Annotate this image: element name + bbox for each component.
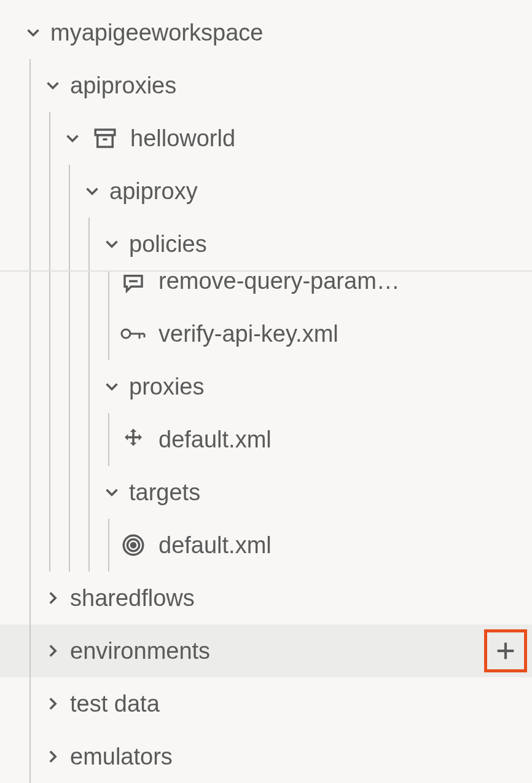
tree-item-policies[interactable]: policies — [0, 218, 532, 270]
tree-item-testdata[interactable]: test data — [0, 677, 532, 730]
message-icon — [118, 270, 149, 299]
svg-rect-1 — [98, 135, 113, 147]
chevron-down-icon — [98, 230, 125, 258]
tree-item-environments[interactable]: environments — [0, 624, 532, 677]
tree-item-label: apiproxy — [109, 178, 532, 205]
archive-icon — [90, 123, 120, 154]
key-icon — [118, 318, 149, 349]
chevron-down-icon — [98, 479, 125, 506]
tree-item-apiproxy[interactable]: apiproxy — [0, 165, 532, 218]
tree-item-label: targets — [129, 479, 532, 506]
file-tree: myapigeeworkspace apiproxies helloworld … — [0, 0, 532, 783]
chevron-down-icon — [98, 373, 125, 400]
plus-icon — [493, 639, 518, 663]
tree-item-targets-default[interactable]: default.xml — [0, 519, 532, 572]
tree-item-label: apiproxies — [70, 73, 532, 99]
tree-item-sharedflows[interactable]: sharedflows — [0, 572, 532, 624]
tree-item-label: default.xml — [158, 427, 532, 453]
chevron-down-icon — [39, 72, 66, 99]
tree-item-label: verify-api-key.xml — [158, 321, 532, 347]
tree-item-verify-api-key[interactable]: verify-api-key.xml — [0, 307, 532, 360]
tree-item-helloworld[interactable]: helloworld — [0, 112, 532, 165]
tree-item-label: environments — [70, 638, 484, 664]
chevron-down-icon — [59, 125, 86, 152]
tree-item-label: myapigeeworkspace — [50, 20, 532, 46]
tree-item-label: test data — [70, 691, 532, 717]
tree-item-apiproxies[interactable]: apiproxies — [0, 59, 532, 112]
svg-point-4 — [122, 329, 130, 338]
chevron-right-icon — [39, 637, 66, 664]
tree-item-label: proxies — [129, 374, 532, 400]
add-environment-button[interactable] — [484, 629, 527, 672]
tree-item-remove-query-param[interactable]: remove-query-param… — [0, 270, 532, 307]
target-icon — [118, 530, 149, 561]
tree-item-label: remove-query-param… — [158, 270, 532, 294]
move-icon — [118, 424, 149, 455]
chevron-down-icon — [79, 178, 106, 205]
tree-item-workspace[interactable]: myapigeeworkspace — [0, 6, 532, 59]
tree-item-label: policies — [129, 231, 532, 258]
chevron-down-icon — [20, 19, 47, 46]
tree-item-label: sharedflows — [70, 585, 532, 612]
tree-item-proxies-default[interactable]: default.xml — [0, 413, 532, 466]
tree-item-label: helloworld — [130, 125, 532, 152]
tree-item-label: emulators — [70, 744, 532, 770]
chevron-right-icon — [39, 584, 66, 612]
chevron-right-icon — [39, 690, 66, 717]
chevron-right-icon — [39, 743, 66, 770]
tree-item-emulators[interactable]: emulators — [0, 730, 532, 783]
tree-item-label: default.xml — [158, 532, 532, 559]
tree-item-targets[interactable]: targets — [0, 466, 532, 519]
svg-point-10 — [131, 543, 136, 548]
tree-item-proxies[interactable]: proxies — [0, 360, 532, 413]
